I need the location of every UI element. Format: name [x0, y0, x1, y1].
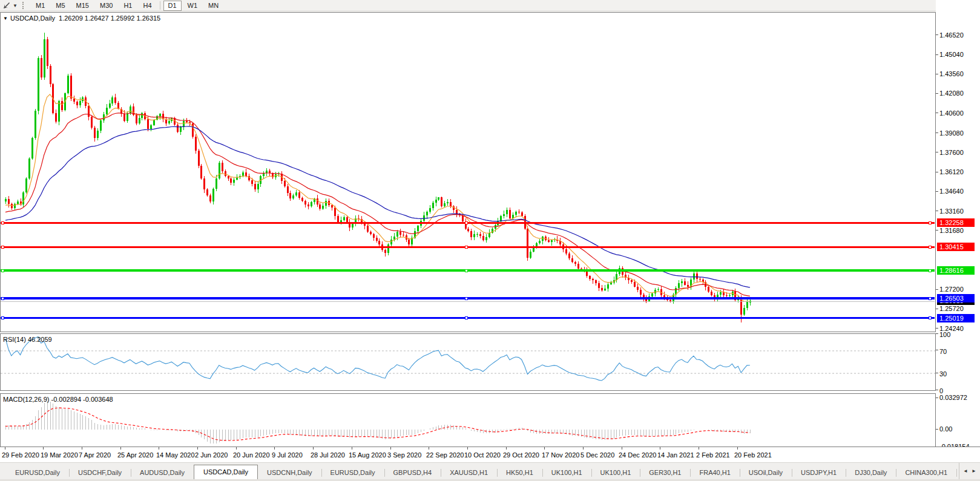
level-line-handle[interactable] — [929, 269, 932, 272]
date-tick-label: 10 Oct 2020 — [464, 451, 501, 459]
date-tick-label: 7 Apr 2020 — [79, 451, 111, 459]
level-line-handle[interactable] — [1, 297, 4, 300]
candlestick-series — [5, 33, 751, 322]
collapse-triangle-icon[interactable]: ▼ — [3, 16, 8, 21]
date-tick-mark — [737, 447, 738, 450]
chart-tab-usdjpy-h1[interactable]: USDJPY,H1 — [792, 466, 846, 479]
chart-tab-china300-h1[interactable]: CHINA300,H1 — [896, 466, 956, 479]
timeframe-button-d1[interactable]: D1 — [163, 1, 182, 11]
macd-tick-mark — [936, 398, 938, 398]
price-tick-mark — [936, 289, 938, 290]
level-line-handle[interactable] — [465, 246, 468, 249]
level-line-handle[interactable] — [465, 221, 468, 224]
chart-tab-usdchf-daily[interactable]: USDCHF,Daily — [69, 466, 131, 479]
level-line-handle[interactable] — [929, 297, 932, 300]
date-tick-label: 25 Apr 2020 — [117, 451, 153, 459]
level-line-handle[interactable] — [929, 316, 932, 319]
chart-tab-hk50-h1[interactable]: HK50,H1 — [497, 466, 542, 479]
main-chart-pane[interactable]: ▼USDCAD,Daily 1.26209 1.26427 1.25992 1.… — [0, 12, 936, 332]
timeframe-button-h1[interactable]: H1 — [119, 1, 137, 11]
timeframe-button-w1[interactable]: W1 — [183, 1, 203, 11]
date-axis[interactable]: 29 Feb 202019 Mar 20207 Apr 202025 Apr 2… — [0, 447, 980, 463]
level-line-handle[interactable] — [465, 316, 468, 319]
rsi-tick-label: 100 — [939, 331, 950, 338]
tab-scroll-right-icon[interactable]: ► — [970, 466, 978, 476]
cursor-arrow-icon — [2, 2, 10, 10]
chart-cursor-tool-icon[interactable] — [1, 1, 12, 10]
timeframe-button-m1[interactable]: M1 — [31, 1, 50, 11]
rsi-line — [5, 336, 750, 381]
date-tick-mark — [583, 447, 584, 450]
date-tick-mark — [274, 447, 275, 450]
macd-histogram — [6, 401, 751, 443]
macd-canvas[interactable] — [1, 394, 935, 448]
timeframe-button-h4[interactable]: H4 — [138, 1, 156, 11]
level-line-handle[interactable] — [1, 246, 4, 249]
tab-scroll-buttons: ◄ ► — [959, 463, 980, 479]
price-tick-mark — [936, 211, 938, 211]
date-tick-mark — [660, 447, 660, 450]
timeframe-button-mn[interactable]: MN — [203, 1, 223, 11]
chart-ohlc-values: 1.26209 1.26427 1.25992 1.26315 — [59, 15, 160, 22]
timeframe-buttons: M1M5M15M30H1H4D1W1MN — [30, 1, 224, 11]
price-tick-mark — [936, 152, 938, 152]
ma-mid-line — [5, 113, 750, 296]
date-tick-mark — [544, 447, 545, 450]
price-axis[interactable]: 1.465201.450401.435601.420801.406001.390… — [936, 0, 980, 446]
date-tick-mark — [82, 447, 82, 450]
rsi-tick-mark — [936, 390, 938, 390]
price-tick-label: 1.33160 — [939, 208, 964, 215]
date-tick-label: 9 Jul 2020 — [272, 451, 303, 459]
chart-tab-uk100-h1[interactable]: UK100,H1 — [542, 466, 591, 479]
macd-indicator-pane[interactable]: MACD(12,26,9) -0.002894 -0.003648 — [0, 393, 936, 448]
chart-tab-audusd-daily[interactable]: AUDUSD,Daily — [131, 466, 194, 479]
price-tick-label: 1.34640 — [939, 188, 964, 195]
chart-tab-usdcnh-daily[interactable]: USDCNH,Daily — [258, 466, 321, 479]
rsi-tick-mark — [936, 350, 938, 350]
level-line-handle[interactable] — [465, 297, 468, 300]
level-line-handle[interactable] — [1, 269, 4, 272]
level-line-handle[interactable] — [1, 221, 4, 224]
chart-tab-fra40-h1[interactable]: FRA40,H1 — [690, 466, 739, 479]
level-line-handle[interactable] — [929, 246, 932, 249]
chart-title: ▼USDCAD,Daily 1.26209 1.26427 1.25992 1.… — [3, 15, 160, 22]
candlestick-canvas[interactable] — [1, 13, 935, 332]
timeframe-button-m30[interactable]: M30 — [95, 1, 117, 11]
rsi-canvas[interactable] — [1, 334, 935, 390]
level-price-tag-1.32258: 1.32258 — [937, 218, 975, 227]
chart-tab-usdcad-daily[interactable]: USDCAD,Daily — [194, 465, 258, 479]
tool-dropdown-caret-icon[interactable]: ▼ — [12, 3, 19, 8]
price-tick-mark — [936, 328, 938, 329]
date-tick-label: 20 Feb 2021 — [734, 451, 772, 459]
price-tick-mark — [936, 230, 938, 231]
timeframe-button-m5[interactable]: M5 — [51, 1, 70, 11]
rsi-tick-mark — [936, 333, 938, 334]
ma-slow-line — [5, 126, 750, 287]
tab-scroll-left-icon[interactable]: ◄ — [961, 466, 970, 476]
price-tick-mark — [936, 133, 938, 133]
chart-tab-bar: EURUSD,DailyUSDCHF,DailyAUDUSD,DailyUSDC… — [0, 462, 980, 479]
chart-tab-usoil-daily[interactable]: USOil,Daily — [740, 466, 792, 479]
date-tick-label: 24 Dec 2020 — [619, 451, 656, 459]
level-line-handle[interactable] — [1, 316, 4, 319]
level-line-handle[interactable] — [929, 221, 932, 224]
rsi-indicator-pane[interactable]: RSI(14) 46.2059 — [0, 333, 936, 391]
date-tick-label: 29 Feb 2020 — [2, 451, 39, 459]
chart-tab-uk100-h1[interactable]: UK100,H1 — [591, 466, 640, 479]
date-tick-mark — [43, 447, 44, 450]
date-tick-label: 15 Aug 2020 — [349, 451, 386, 459]
date-tick-label: 3 Sep 2020 — [387, 451, 421, 459]
date-tick-mark — [699, 447, 699, 450]
chart-tab-gbpusd-h4[interactable]: GBPUSD,H4 — [384, 466, 441, 479]
timeframe-button-m15[interactable]: M15 — [71, 1, 94, 11]
price-tick-label: 1.25720 — [939, 305, 964, 312]
chart-tab-dj30-daily[interactable]: DJ30,Daily — [846, 466, 896, 479]
chart-tab-ger30-h1[interactable]: GER30,H1 — [640, 466, 690, 479]
date-tick-mark — [352, 447, 352, 450]
chart-tab-xauusd-h1[interactable]: XAUUSD,H1 — [441, 466, 497, 479]
price-tick-mark — [936, 191, 938, 192]
chart-tab-eurusd-daily[interactable]: EURUSD,Daily — [321, 466, 384, 479]
chart-tab-eurusd-daily[interactable]: EURUSD,Daily — [6, 466, 69, 479]
date-tick-mark — [313, 447, 314, 450]
level-line-handle[interactable] — [465, 269, 468, 272]
